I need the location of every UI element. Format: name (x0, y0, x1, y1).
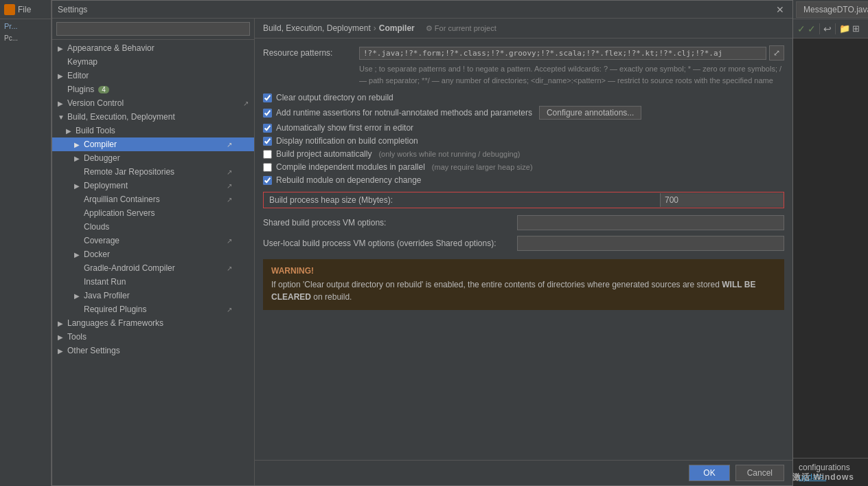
sidebar-item-appearance[interactable]: ▶ Appearance & Behavior (52, 41, 254, 55)
sidebar-item-version-control[interactable]: ▶ Version Control ↗ (52, 96, 254, 110)
sidebar-item-keymap[interactable]: Keymap (52, 55, 254, 69)
toolbar-separator-1 (819, 23, 820, 34)
sidebar-item-clouds[interactable]: Clouds (52, 220, 254, 234)
heap-size-input[interactable] (660, 193, 784, 207)
shared-vm-row: Shared build process VM options: (263, 215, 784, 230)
sidebar-item-required-plugins[interactable]: Required Plugins ↗ (52, 302, 254, 316)
sidebar-item-editor[interactable]: ▶ Editor (52, 69, 254, 82)
compile-parallel-note: (may require larger heap size) (432, 163, 533, 171)
sidebar-item-debugger[interactable]: ▶ Debugger (52, 151, 254, 165)
build-notification-checkbox[interactable] (263, 137, 272, 146)
clear-output-checkbox[interactable] (263, 93, 272, 102)
ide-tab-messagedto[interactable]: MessageDTO.java ✕ (796, 1, 868, 18)
sidebar-item-java-profiler[interactable]: ▶ Java Profiler (52, 289, 254, 302)
windows-watermark: 激活 Windows (779, 467, 868, 486)
ide-menu-file[interactable]: File (18, 5, 31, 14)
sidebar-item-app-servers[interactable]: Application Servers (52, 206, 254, 220)
sidebar-item-arquillian-label: Arquillian Containers (84, 195, 160, 204)
checkbox-compile-parallel: Compile independent modules in parallel … (263, 162, 784, 172)
resource-patterns-expand-btn[interactable]: ⤢ (769, 45, 784, 60)
checkbox-rebuild-module: Rebuild module on dependency change (263, 175, 784, 185)
resource-patterns-input[interactable] (359, 47, 766, 60)
sidebar-item-languages-label: Languages & Frameworks (67, 318, 163, 328)
required-plugins-icon: ↗ (227, 306, 232, 313)
version-control-icon: ↗ (243, 100, 249, 107)
sidebar-item-deployment-label: Deployment (84, 181, 128, 190)
sidebar-item-plugins[interactable]: Plugins 4 (52, 82, 254, 96)
plugins-badge: 4 (98, 86, 109, 93)
sidebar-item-docker[interactable]: ▶ Docker (52, 247, 254, 261)
shared-vm-input[interactable] (517, 215, 784, 230)
content-breadcrumb: Build, Execution, Deployment › Compiler … (255, 19, 792, 38)
sidebar-item-tools[interactable]: ▶ Tools (52, 330, 254, 344)
sidebar-item-arquillian[interactable]: Arquillian Containers ↗ (52, 192, 254, 206)
ide-logo (4, 4, 15, 15)
sidebar-item-compiler[interactable]: ▶ Compiler ↗ (52, 137, 254, 151)
ide-editor[interactable] (793, 38, 868, 458)
ok-button[interactable]: OK (689, 465, 729, 481)
undo-btn[interactable]: ↩ (823, 23, 832, 34)
sidebar-item-required-plugins-label: Required Plugins (84, 305, 146, 314)
sidebar-item-languages[interactable]: ▶ Languages & Frameworks (52, 316, 254, 330)
sidebar-item-appearance-label: Appearance & Behavior (67, 43, 155, 53)
check-btn-1[interactable]: ✓ (797, 23, 806, 34)
build-auto-checkbox[interactable] (263, 150, 272, 159)
arquillian-icon: ↗ (227, 196, 232, 203)
messagedto-tab-label: MessageDTO.java (803, 5, 868, 14)
configure-annotations-button[interactable]: Configure annotations... (539, 106, 641, 120)
runtime-assertions-checkbox[interactable] (263, 109, 272, 118)
toolbar-extra-btn[interactable]: ⊞ (852, 23, 860, 34)
sidebar-item-gradle-android-label: Gradle-Android Compiler (84, 263, 175, 273)
project-tree-item[interactable]: Pr... (0, 19, 51, 33)
sidebar-item-clouds-label: Clouds (84, 222, 109, 232)
sidebar-item-instant-run[interactable]: Instant Run (52, 275, 254, 289)
sidebar-item-build-tools[interactable]: ▶ Build Tools (52, 124, 254, 137)
checkbox-build-auto: Build project automatically (only works … (263, 149, 784, 159)
sidebar-item-keymap-label: Keymap (67, 57, 98, 67)
sidebar-item-other-settings-label: Other Settings (67, 346, 120, 355)
show-error-checkbox[interactable] (263, 124, 272, 133)
settings-close-button[interactable]: ✕ (773, 4, 787, 15)
shared-vm-label: Shared build process VM options: (263, 218, 517, 228)
sidebar-item-remote-jar[interactable]: Remote Jar Repositories ↗ (52, 165, 254, 179)
sidebar-item-build-exec-label: Build, Execution, Deployment (67, 112, 175, 122)
sidebar-item-build-exec[interactable]: ▼ Build, Execution, Deployment (52, 110, 254, 124)
warning-box: WARNING! If option 'Clear output directo… (263, 259, 784, 310)
build-auto-label: Build project automatically (276, 149, 372, 159)
user-local-vm-input[interactable] (517, 236, 784, 251)
sidebar-item-instant-run-label: Instant Run (84, 277, 126, 287)
compile-parallel-checkbox[interactable] (263, 163, 272, 172)
sidebar-item-deployment[interactable]: ▶ Deployment ↗ (52, 179, 254, 192)
rebuild-module-checkbox[interactable] (263, 176, 272, 185)
sidebar-item-editor-label: Editor (67, 71, 89, 80)
sidebar-item-gradle-android[interactable]: Gradle-Android Compiler ↗ (52, 261, 254, 275)
checkbox-build-notification: Display notification on build completion (263, 136, 784, 146)
remote-jar-icon: ↗ (227, 168, 232, 176)
project-file-item[interactable]: Pc... (0, 33, 51, 43)
sidebar-item-compiler-label: Compiler (84, 140, 117, 149)
compile-parallel-label: Compile independent modules in parallel (276, 162, 425, 172)
sidebar-item-docker-label: Docker (84, 250, 110, 259)
checkbox-runtime-assertions-row: Add runtime assertions for notnull-annot… (263, 106, 784, 120)
cancel-button[interactable]: Cancel (735, 465, 784, 481)
resource-patterns-hint: Use ; to separate patterns and ! to nega… (359, 63, 784, 86)
ide-tabs-bar: MessageDTO.java ✕ +1243 (793, 0, 868, 19)
sidebar-tree: ▶ Appearance & Behavior Keymap ▶ Editor (52, 40, 254, 485)
runtime-assertions-label: Add runtime assertions for notnull-annot… (276, 108, 532, 118)
sidebar-item-coverage[interactable]: Coverage ↗ (52, 234, 254, 247)
for-current-project: ⚙ For current project (426, 24, 496, 33)
sidebar-item-other-settings[interactable]: ▶ Other Settings (52, 344, 254, 357)
settings-content: Build, Execution, Deployment › Compiler … (255, 19, 792, 485)
user-local-vm-row: User-local build process VM options (ove… (263, 236, 784, 251)
sidebar-item-debugger-label: Debugger (84, 153, 120, 163)
gradle-android-icon: ↗ (227, 265, 232, 272)
checkbox-clear-output: Clear output directory on rebuild (263, 93, 784, 102)
resource-patterns-row: Resource patterns: ⤢ (263, 45, 784, 60)
user-local-vm-label: User-local build process VM options (ove… (263, 239, 517, 248)
warning-title: WARNING! (271, 266, 776, 276)
sidebar-item-remote-jar-label: Remote Jar Repositories (84, 167, 174, 177)
rebuild-module-label: Rebuild module on dependency change (276, 175, 422, 185)
folder-btn[interactable]: 📁 (839, 23, 850, 34)
check-btn-2[interactable]: ✓ (808, 23, 816, 34)
search-input[interactable] (56, 22, 250, 36)
